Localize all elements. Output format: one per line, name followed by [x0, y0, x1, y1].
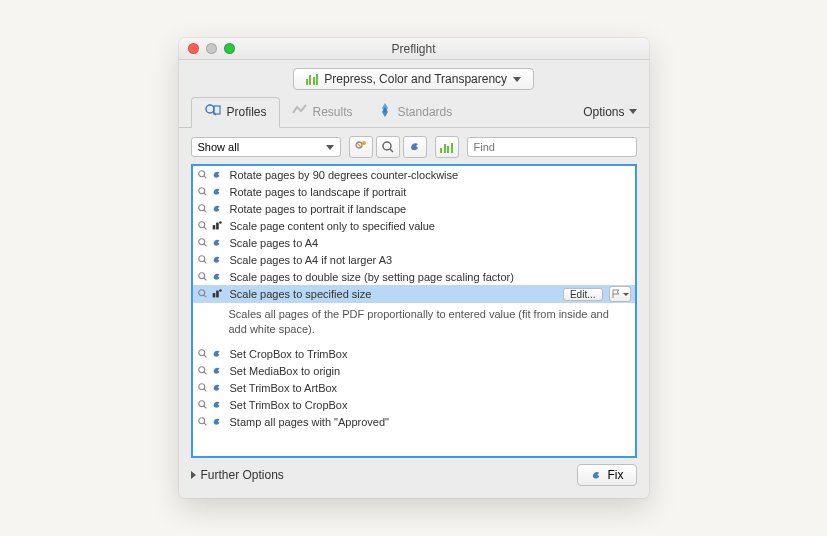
category-label: Prepress, Color and Transparency [324, 72, 507, 86]
row-icons [197, 288, 227, 301]
list-item[interactable]: Rotate pages to portrait if landscape [193, 200, 635, 217]
window-title: Preflight [179, 42, 649, 56]
magnifier-icon [197, 270, 210, 283]
svg-point-0 [206, 105, 214, 113]
svg-line-36 [204, 389, 207, 392]
standards-icon [377, 102, 393, 121]
wrench-icon [211, 382, 224, 395]
magnifier-icon [197, 365, 210, 378]
tab-profiles[interactable]: Profiles [191, 97, 280, 128]
svg-point-37 [199, 401, 205, 407]
row-icons [197, 365, 227, 378]
list-item[interactable]: Set TrimBox to ArtBox [193, 380, 635, 397]
chevron-right-icon [191, 471, 196, 479]
magnifier-icon [197, 382, 210, 395]
magnifier-icon [197, 219, 210, 232]
magnifier-icon [197, 236, 210, 249]
magnifier-icon [197, 168, 210, 181]
svg-point-6 [362, 141, 366, 145]
list-item-label: Stamp all pages with "Approved" [230, 416, 389, 428]
list-item-label: Set MediaBox to origin [230, 365, 341, 377]
list-item[interactable]: Scale pages to double size (by setting p… [193, 268, 635, 285]
edit-button[interactable]: Edit... [563, 288, 603, 301]
list-item[interactable]: Set CropBox to TrimBox [193, 346, 635, 363]
svg-line-32 [204, 355, 207, 358]
svg-point-30 [219, 289, 222, 292]
fix-button[interactable]: Fix [577, 464, 637, 486]
further-options-toggle[interactable]: Further Options [191, 468, 571, 482]
svg-line-10 [204, 175, 207, 178]
chevron-down-icon [326, 145, 334, 150]
svg-line-34 [204, 372, 207, 375]
list-item[interactable]: Rotate pages to landscape if portrait [193, 183, 635, 200]
chevron-down-icon [513, 77, 521, 82]
list-item[interactable]: Set MediaBox to origin [193, 363, 635, 380]
svg-point-13 [199, 204, 205, 210]
list-item[interactable]: Set TrimBox to CropBox [193, 397, 635, 414]
close-window-button[interactable] [188, 43, 199, 54]
category-row: Prepress, Color and Transparency [179, 60, 649, 96]
row-icons [197, 236, 227, 249]
wrench-icon [211, 348, 224, 361]
wrench-icon [211, 416, 224, 429]
wrench-icon [211, 270, 224, 283]
results-icon [292, 103, 308, 120]
minimize-window-button[interactable] [206, 43, 217, 54]
variable-icon [211, 219, 224, 232]
svg-line-23 [204, 260, 207, 263]
options-label: Options [583, 105, 624, 119]
svg-line-21 [204, 243, 207, 246]
tab-profiles-label: Profiles [227, 105, 267, 119]
toggle-bars-button[interactable] [435, 136, 459, 158]
magnifier-icon [197, 399, 210, 412]
row-icons [197, 202, 227, 215]
filter-dropdown[interactable]: Show all [191, 137, 341, 157]
category-dropdown[interactable]: Prepress, Color and Transparency [293, 68, 534, 90]
traffic-lights [179, 43, 235, 54]
magnifier-icon [197, 185, 210, 198]
fix-label: Fix [608, 468, 624, 482]
profiles-icon [204, 103, 222, 122]
svg-point-33 [199, 367, 205, 373]
toggle-checks-button[interactable] [376, 136, 400, 158]
tab-results[interactable]: Results [280, 96, 365, 127]
magnifier-icon [197, 348, 210, 361]
toggle-fixups-button[interactable] [403, 136, 427, 158]
list-item[interactable]: Scale pages to specified sizeEdit... [193, 285, 635, 303]
wrench-icon [211, 202, 224, 215]
svg-point-9 [199, 170, 205, 176]
bars-icon [440, 141, 453, 153]
list-item[interactable]: Scale page content only to specified val… [193, 217, 635, 234]
list-item-label: Scale pages to A4 [230, 237, 319, 249]
profile-list[interactable]: Rotate pages by 90 degrees counter-clock… [191, 164, 637, 458]
flag-dropdown[interactable] [609, 286, 631, 302]
list-item[interactable]: Scale pages to A4 [193, 234, 635, 251]
options-dropdown[interactable]: Options [583, 105, 636, 119]
find-input[interactable] [467, 137, 637, 157]
row-icons [197, 219, 227, 232]
list-item-label: Rotate pages to landscape if portrait [230, 186, 407, 198]
variable-icon [211, 288, 224, 301]
tab-standards[interactable]: Standards [365, 96, 465, 127]
list-item-label: Scale pages to A4 if not larger A3 [230, 254, 393, 266]
svg-point-39 [199, 418, 205, 424]
list-item[interactable]: Rotate pages by 90 degrees counter-clock… [193, 166, 635, 183]
magnifier-icon [197, 288, 210, 301]
list-item[interactable]: Stamp all pages with "Approved" [193, 414, 635, 431]
svg-point-24 [199, 272, 205, 278]
svg-line-8 [390, 149, 393, 152]
tab-results-label: Results [313, 105, 353, 119]
toggle-favorites-button[interactable] [349, 136, 373, 158]
svg-line-14 [204, 209, 207, 212]
list-item-label: Set TrimBox to CropBox [230, 399, 348, 411]
svg-line-12 [204, 192, 207, 195]
svg-point-20 [199, 238, 205, 244]
wrench-icon [211, 399, 224, 412]
magnifier-icon [197, 416, 210, 429]
svg-rect-17 [213, 225, 216, 229]
svg-rect-29 [216, 291, 219, 298]
zoom-window-button[interactable] [224, 43, 235, 54]
filter-label: Show all [198, 141, 240, 153]
list-item[interactable]: Scale pages to A4 if not larger A3 [193, 251, 635, 268]
list-item-label: Set CropBox to TrimBox [230, 348, 348, 360]
